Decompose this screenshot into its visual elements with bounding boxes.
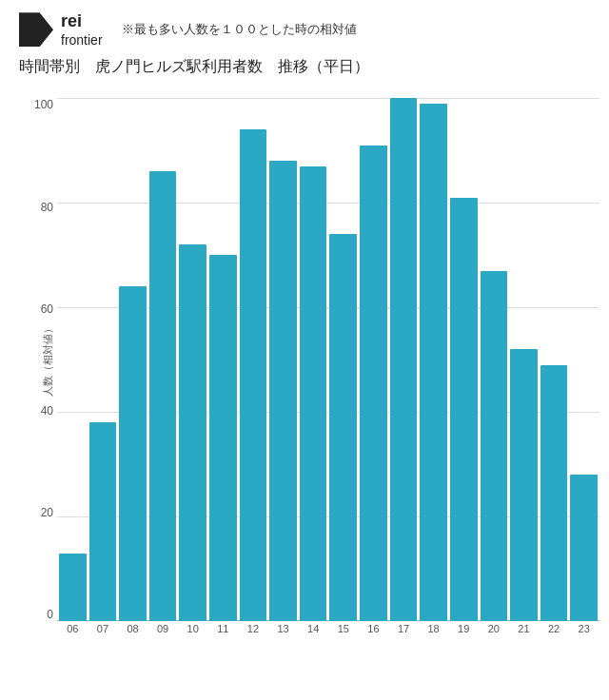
y-label-40: 40 [41,404,53,418]
bar-col-19 [450,98,478,621]
bar-06 [59,554,87,622]
x-label-11: 11 [209,623,237,634]
x-label-23: 23 [570,623,598,634]
x-label-22: 22 [540,623,568,634]
bar-17 [390,98,418,621]
header: rei frontier ※最も多い人数を１００とした時の相対値 [0,0,609,51]
chart-container: 人数（相対値） 100 80 60 40 20 0 [10,88,599,663]
bar-22 [540,365,568,622]
bar-col-07 [89,98,117,621]
x-label-08: 08 [119,623,147,634]
x-label-07: 07 [89,623,117,634]
x-label-15: 15 [329,623,357,634]
y-label-80: 80 [41,201,53,214]
logo-frontier: frontier [61,32,103,49]
chart-subtitle: 時間帯別 虎ノ門ヒルズ駅利用者数 推移（平日） [0,51,609,81]
x-label-09: 09 [149,623,177,634]
y-label-100: 100 [34,98,53,111]
bar-col-22 [540,98,568,621]
bar-col-08 [119,98,147,621]
x-label-06: 06 [59,623,87,634]
bar-col-20 [481,98,508,621]
bar-10 [179,244,206,621]
bar-19 [450,198,478,622]
bar-col-10 [179,98,206,621]
x-label-21: 21 [510,623,538,634]
logo: rei frontier [19,11,103,48]
x-label-10: 10 [179,623,206,634]
bar-col-17 [390,98,418,621]
bar-col-15 [329,98,357,621]
x-label-18: 18 [420,623,447,634]
bar-08 [119,286,147,621]
bar-col-13 [269,98,297,621]
bar-23 [570,475,598,621]
bar-09 [149,171,177,621]
y-label-0: 0 [47,608,53,621]
x-label-17: 17 [390,623,418,634]
bar-11 [209,255,237,621]
header-note: ※最も多い人数を１００とした時の相対値 [122,21,357,38]
bar-col-23 [570,98,598,621]
bar-15 [329,234,357,621]
bar-col-18 [420,98,447,621]
bar-14 [300,166,327,622]
x-labels: 060708091011121314151617181920212223 [57,623,599,634]
bar-13 [269,161,297,621]
logo-icon [19,12,53,47]
bar-col-12 [240,98,267,621]
x-label-12: 12 [240,623,267,634]
bar-07 [89,422,117,621]
bar-col-16 [360,98,387,621]
bar-12 [240,129,267,621]
bar-col-21 [510,98,538,621]
y-label-20: 20 [41,506,53,519]
logo-rei: rei [61,11,103,32]
bars-container [57,98,599,621]
bar-col-14 [300,98,327,621]
bar-col-06 [59,98,87,621]
y-label-60: 60 [41,302,53,316]
x-label-14: 14 [300,623,327,634]
x-label-19: 19 [450,623,478,634]
logo-text: rei frontier [61,11,103,48]
bar-18 [420,104,447,622]
bar-col-09 [149,98,177,621]
x-label-20: 20 [481,623,508,634]
bar-16 [360,146,387,622]
bar-col-11 [209,98,237,621]
bar-20 [481,271,508,622]
x-label-13: 13 [269,623,297,634]
x-label-16: 16 [360,623,387,634]
bar-21 [510,349,538,621]
